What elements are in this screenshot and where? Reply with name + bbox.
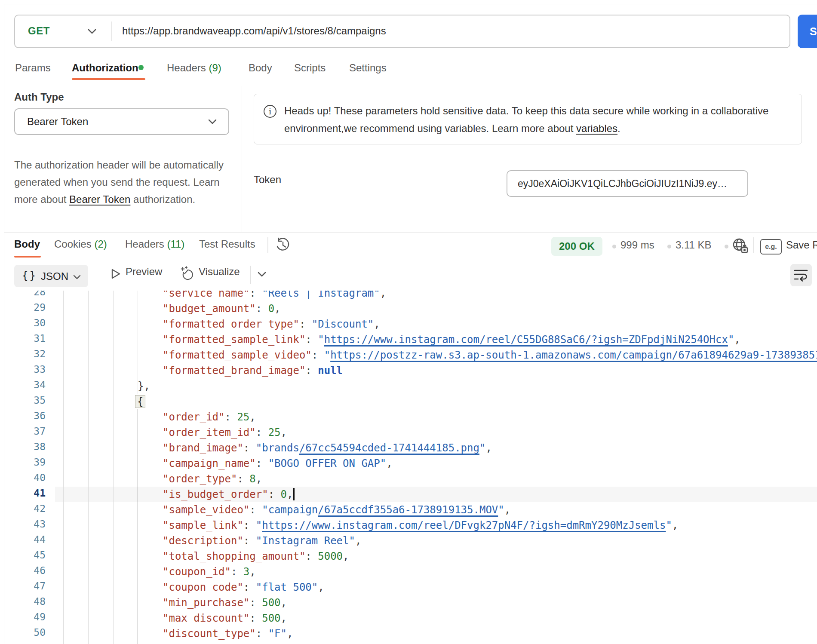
code-text: "order_type": 8, [163, 472, 262, 486]
api-client-window: 28"service_name": "Reels | Instagram",29… [0, 0, 817, 644]
code-line-41[interactable]: 41"is_budget_order": 0, [0, 487, 817, 502]
code-text: "max_discount": 500, [163, 611, 287, 626]
line-number: 45 [0, 549, 46, 561]
preview-button[interactable]: Preview [126, 266, 162, 278]
code-text: }, [138, 379, 150, 393]
chevron-down-icon [73, 274, 81, 282]
line-number: 49 [0, 611, 46, 623]
code-line-33[interactable]: 33"formatted_brand_image": null [0, 363, 817, 378]
code-text: "order_id": 25, [163, 410, 256, 424]
visualize-icon [179, 266, 195, 284]
line-number: 36 [0, 410, 46, 421]
response-body-toolbar: {} JSON Preview Visualize [4, 260, 817, 291]
code-line-46[interactable]: 46"coupon_id": 3, [0, 564, 817, 580]
more-formats-chevron-icon[interactable] [257, 271, 267, 279]
code-line-48[interactable]: 48"min_purchase": 500, [0, 595, 817, 610]
word-wrap-button[interactable] [790, 264, 812, 286]
line-number: 37 [0, 426, 46, 437]
code-text: "sample_video": "campaign/67a5ccdf355a6-… [163, 503, 510, 517]
format-value: JSON [41, 270, 68, 282]
code-line-44[interactable]: 44"description": "Instagram Reel", [0, 533, 817, 549]
code-text: "brand_image": "brands/67cc54594cded-174… [163, 441, 492, 455]
code-text: { [138, 395, 145, 409]
code-line-29[interactable]: 29"budget_amount": 0, [0, 301, 817, 316]
code-text: "is_budget_order": 0, [163, 488, 295, 502]
line-number: 41 [0, 488, 46, 499]
code-line-43[interactable]: 43"sample_link": "https://www.instagram.… [0, 518, 817, 533]
line-number: 38 [0, 441, 46, 452]
code-line-45[interactable]: 45"total_shopping_amount": 5000, [0, 549, 817, 564]
line-number: 40 [0, 472, 46, 483]
code-text: "discount_type": "F", [163, 627, 293, 641]
json-link[interactable]: https://www.instagram.com/reel/C55DG88Sa… [324, 334, 728, 346]
line-number: 30 [0, 317, 46, 328]
code-line-32[interactable]: 32"formatted_sample_video": "https://pos… [0, 347, 817, 363]
code-text: "coupon_id": 3, [163, 565, 256, 579]
code-line-39[interactable]: 39"campaign_name": "BOGO OFFER ON GAP", [0, 456, 817, 471]
code-text: "campaign_name": "BOGO OFFER ON GAP", [163, 457, 393, 471]
visualize-button[interactable]: Visualize [199, 266, 240, 278]
code-line-37[interactable]: 37"order_item_id": 25, [0, 425, 817, 440]
code-text: "total_shopping_amount": 5000, [163, 549, 349, 564]
code-line-49[interactable]: 49"max_discount": 500, [0, 610, 817, 626]
code-line-36[interactable]: 36"order_id": 25, [0, 409, 817, 425]
code-text: "formatted_order_type": "Discount", [163, 317, 380, 331]
code-text: "formatted_sample_link": "https://www.in… [163, 333, 740, 347]
line-number: 47 [0, 580, 46, 592]
line-number: 32 [0, 348, 46, 359]
code-line-34[interactable]: 34}, [0, 378, 817, 394]
json-link[interactable]: /67a5ccdf355a6-1738919135.MOV [318, 504, 498, 516]
line-number: 42 [0, 503, 46, 514]
code-text: "budget_amount": 0, [163, 302, 281, 316]
matched-brace: { [135, 395, 145, 408]
json-link[interactable]: https://www.instagram.com/reel/DFvgk27pN… [262, 519, 666, 531]
text-cursor [293, 488, 295, 500]
line-number: 43 [0, 518, 46, 530]
line-number: 39 [0, 457, 46, 468]
code-line-47[interactable]: 47"coupon_code": "flat 500", [0, 580, 817, 595]
line-number: 44 [0, 534, 46, 545]
json-link[interactable]: https://postzz-raw.s3.ap-south-1.amazona… [330, 349, 817, 361]
response-body-editor[interactable]: 28"service_name": "Reels | Instagram",29… [0, 0, 817, 644]
braces-icon: {} [22, 270, 37, 282]
line-number: 29 [0, 302, 46, 313]
code-text: "sample_link": "https://www.instagram.co… [163, 518, 678, 533]
code-text: "min_purchase": 500, [163, 596, 287, 610]
line-number: 34 [0, 379, 46, 390]
json-link[interactable]: /67cc54594cded-1741444185.png [299, 442, 479, 454]
code-line-40[interactable]: 40"order_type": 8, [0, 471, 817, 487]
line-number: 46 [0, 565, 46, 576]
line-number: 33 [0, 364, 46, 375]
code-text: "coupon_code": "flat 500", [163, 580, 324, 595]
preview-icon [110, 268, 121, 282]
code-line-30[interactable]: 30"formatted_order_type": "Discount", [0, 316, 817, 332]
code-text: "formatted_brand_image": null [163, 364, 343, 378]
code-line-50[interactable]: 50"discount_type": "F", [0, 626, 817, 641]
divider [250, 266, 251, 284]
code-line-42[interactable]: 42"sample_video": "campaign/67a5ccdf355a… [0, 502, 817, 518]
code-line-31[interactable]: 31"formatted_sample_link": "https://www.… [0, 332, 817, 347]
line-number: 31 [0, 333, 46, 344]
code-line-35[interactable]: 35{ [0, 394, 817, 409]
line-number: 35 [0, 395, 46, 406]
code-text: "formatted_sample_video": "https://postz… [163, 348, 817, 362]
line-number: 50 [0, 627, 46, 638]
code-line-38[interactable]: 38"brand_image": "brands/67cc54594cded-1… [0, 440, 817, 456]
line-number: 48 [0, 596, 46, 607]
format-selector[interactable]: {} JSON [14, 265, 88, 287]
code-text: "description": "Instagram Reel", [163, 534, 361, 548]
code-text: "order_item_id": 25, [163, 426, 287, 440]
